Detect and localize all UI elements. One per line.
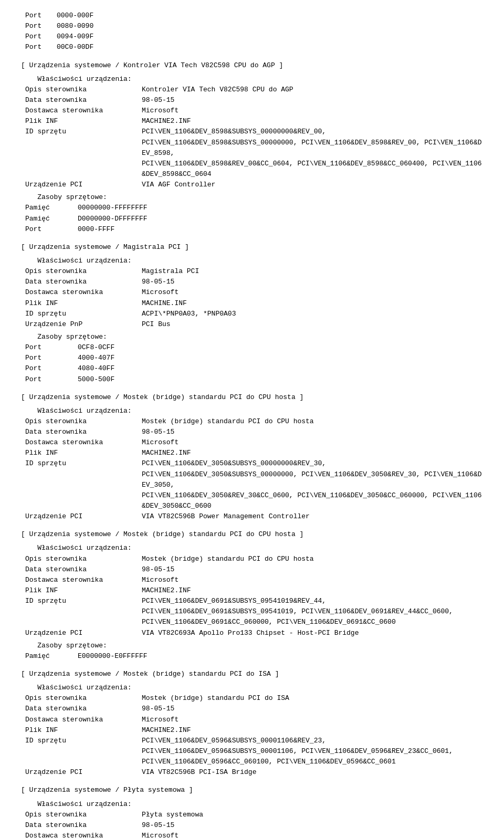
property-row: Opis sterownika Mostek (bridge) standard… [21,554,483,564]
property-row: Data sterownika 98-05-15 [21,95,483,106]
property-value: Microsoft [142,575,483,585]
property-value: 98-05-15 [142,95,483,106]
section-plyta-systemowa: [ Urządzenia systemowe / Płyta systemowa… [21,785,483,838]
property-value: MACHINE2.INF [142,585,483,596]
section-header: [ Urządzenia systemowe / Kontroler VIA T… [21,60,483,71]
property-value: VIA VT82C596B PCI-ISA Bridge [142,767,483,778]
resources-section: Zasoby sprzętowe: Pamięć 00000000-FFFFFF… [21,192,483,235]
resource-value: 4000-407F [78,353,483,363]
property-row: Data sterownika 98-05-15 [21,564,483,575]
property-row: Urządzenie PCI VIA AGF Controller [21,180,483,190]
resource-label: Port [25,353,78,363]
property-label: Urządzenie PnP [21,319,142,330]
property-value: ACPI\*PNP0A03, *PNP0A03 [142,309,483,319]
property-label: Opis sterownika [21,85,142,95]
property-value: PCI Bus [142,319,483,330]
property-value: 98-05-15 [142,277,483,287]
properties-label: Właściwości urządzenia: [21,406,483,416]
property-row-id: ID sprzętu PCI\VEN_1106&DEV_8598&SUBSYS_… [21,127,483,180]
port-row: Port 0080-0090 [21,21,483,32]
property-label: Data sterownika [21,820,142,831]
resource-value: 0000-FFFF [78,224,483,235]
property-row: Urządzenie PCI VIA VT82C693A Apollo Pro1… [21,628,483,638]
resources-label: Zasoby sprzętowe: [21,192,483,203]
resources-section: Zasoby sprzętowe: Pamięć E0000000-E0FFFF… [21,641,483,662]
port-row: Port 0094-009F [21,32,483,42]
resource-row: Port 0CF8-0CFF [21,342,483,353]
property-value: VIA VT82C693A Apollo Pro133 Chipset - Ho… [142,628,483,638]
property-row: Opis sterownika Magistrala PCI [21,266,483,277]
property-value: PCI\VEN_1106&DEV_3050&SUBSYS_00000000&RE… [142,458,483,511]
properties-section: Właściwości urządzenia: Opis sterownika … [21,406,483,522]
property-label: Dostawca sterownika [21,106,142,116]
property-label: Urządzenie PCI [21,628,142,638]
property-label: Data sterownika [21,95,142,106]
properties-label: Właściwości urządzenia: [21,256,483,266]
resource-label: Port [25,374,78,385]
resource-label: Pamięć [25,203,78,213]
resource-label: Port [25,363,78,374]
properties-section: Właściwości urządzenia: Opis sterownika … [21,74,483,191]
property-row: Opis sterownika Mostek (bridge) standard… [21,693,483,704]
resources-label: Zasoby sprzętowe: [21,332,483,342]
resources-section: Zasoby sprzętowe: Port 0CF8-0CFF Port 40… [21,332,483,385]
property-value: 98-05-15 [142,427,483,437]
property-value: Magistrala PCI [142,266,483,277]
section-header: [ Urządzenia systemowe / Magistrala PCI … [21,242,483,253]
property-row: Urządzenie PnP PCI Bus [21,319,483,330]
property-row: Data sterownika 98-05-15 [21,704,483,714]
property-row: Data sterownika 98-05-15 [21,820,483,831]
section-header: [ Urządzenia systemowe / Płyta systemowa… [21,785,483,795]
property-label: Data sterownika [21,704,142,714]
property-value: PCI\VEN_1106&DEV_8598&SUBSYS_00000000&RE… [142,127,483,180]
property-row: Data sterownika 98-05-15 [21,427,483,437]
port-label: Port [25,42,57,53]
property-row: Dostawca sterownika Microsoft [21,106,483,116]
property-value: Mostek (bridge) standardu PCI do CPU hos… [142,416,483,427]
resource-value: 5000-500F [78,374,483,385]
property-label: ID sprzętu [21,736,142,767]
property-label: Opis sterownika [21,416,142,427]
port-value: 0000-000F [57,11,483,21]
property-label: Opis sterownika [21,693,142,704]
resource-value: 0CF8-0CFF [78,342,483,353]
resource-value: E0000000-E0FFFFFF [78,651,483,662]
port-label: Port [25,11,57,21]
property-label: Urządzenie PCI [21,767,142,778]
property-value: 98-05-15 [142,820,483,831]
ports-top-block: Port 0000-000F Port 0080-0090 Port 0094-… [21,11,483,53]
port-row: Port 00C0-00DF [21,42,483,53]
property-row: Opis sterownika Kontroler VIA Tech V82C5… [21,85,483,95]
property-row: Data sterownika 98-05-15 [21,277,483,287]
property-row: ID sprzętu ACPI\*PNP0A03, *PNP0A03 [21,309,483,319]
property-label: Plik INF [21,448,142,458]
property-label: Dostawca sterownika [21,831,142,838]
property-row: Opis sterownika Mostek (bridge) standard… [21,416,483,427]
property-row-id: ID sprzętu PCI\VEN_1106&DEV_3050&SUBSYS_… [21,458,483,511]
port-value: 00C0-00DF [57,42,483,53]
property-label: Data sterownika [21,277,142,287]
property-value: Kontroler VIA Tech V82C598 CPU do AGP [142,85,483,95]
property-row: Plik INF MACHINE2.INF [21,725,483,736]
property-label: Data sterownika [21,564,142,575]
resource-label: Port [25,342,78,353]
property-value: MACHINE2.INF [142,116,483,127]
property-label: Plik INF [21,116,142,127]
port-label: Port [25,32,57,42]
properties-label: Właściwości urządzenia: [21,543,483,553]
property-value: VIA AGF Controller [142,180,483,190]
property-value: MACHINE2.INF [142,448,483,458]
resource-label: Port [25,224,78,235]
section-header: [ Urządzenia systemowe / Mostek (bridge)… [21,669,483,679]
property-value: Microsoft [142,106,483,116]
property-label: Urządzenie PCI [21,180,142,190]
property-label: Dostawca sterownika [21,437,142,448]
property-label: Urządzenie PCI [21,511,142,522]
property-label: Data sterownika [21,427,142,437]
properties-label: Właściwości urządzenia: [21,683,483,693]
property-row: Opis sterownika Płyta systemowa [21,810,483,820]
port-value: 0094-009F [57,32,483,42]
resource-value: D0000000-DFFFFFFF [78,214,483,224]
property-row: Dostawca sterownika Microsoft [21,575,483,585]
property-value: MACHINE2.INF [142,725,483,736]
